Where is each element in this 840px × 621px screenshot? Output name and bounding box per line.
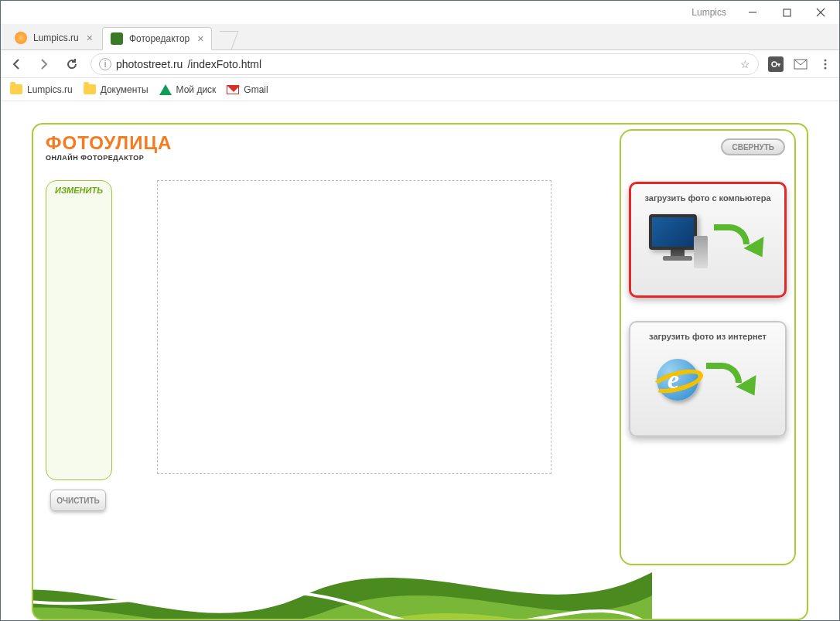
menu-icon[interactable]: [818, 56, 833, 72]
page-content: ФОТОУЛИЦА ОНЛАЙН ФОТОРЕДАКТОР ИЗМЕНИТЬ О…: [1, 101, 839, 620]
logo-subtitle: ОНЛАЙН ФОТОРЕДАКТОР: [46, 154, 172, 162]
drive-icon: [159, 84, 172, 95]
bookmark-lumpics[interactable]: Lumpics.ru: [10, 84, 73, 95]
tab-favicon: [111, 32, 123, 45]
arrow-icon: [706, 363, 759, 397]
url-input[interactable]: i photostreet.ru/indexFoto.html ☆: [90, 53, 759, 75]
tab-label: Lumpics.ru: [33, 32, 79, 43]
bookmark-drive[interactable]: Мой диск: [159, 84, 217, 95]
upload-computer-graphic: [637, 203, 778, 280]
tab-lumpics[interactable]: Lumpics.ru ×: [7, 26, 101, 49]
svg-rect-1: [784, 9, 790, 16]
left-panel: ИЗМЕНИТЬ ОЧИСТИТЬ: [46, 180, 112, 511]
close-icon[interactable]: ×: [87, 32, 93, 44]
upload-from-computer-card[interactable]: загрузить фото с компьютера: [629, 182, 787, 298]
gmail-icon: [227, 85, 239, 94]
minimize-button[interactable]: [736, 2, 770, 23]
edit-label: ИЗМЕНИТЬ: [46, 186, 111, 195]
bookmark-documents[interactable]: Документы: [84, 84, 149, 95]
upload-computer-label: загрузить фото с компьютера: [637, 193, 778, 203]
svg-point-8: [825, 59, 827, 61]
close-button[interactable]: [804, 2, 838, 23]
arrow-icon: [714, 224, 767, 258]
back-button[interactable]: [7, 55, 26, 73]
new-tab-button[interactable]: [213, 31, 239, 49]
forward-button[interactable]: [35, 55, 53, 73]
tab-strip: Lumpics.ru × Фоторедактор ×: [1, 24, 839, 50]
upload-internet-graphic: e: [637, 341, 779, 418]
tab-label: Фоторедактор: [129, 33, 190, 44]
reload-button[interactable]: [63, 55, 81, 73]
upload-from-internet-card[interactable]: загрузить фото из интернет e: [629, 321, 787, 437]
close-icon[interactable]: ×: [197, 32, 203, 45]
decorative-waves: [32, 510, 652, 620]
key-icon[interactable]: [768, 56, 784, 72]
upload-internet-label: загрузить фото из интернет: [637, 332, 779, 341]
monitor-icon: [649, 214, 706, 268]
star-icon[interactable]: ☆: [740, 58, 750, 70]
clear-button[interactable]: ОЧИСТИТЬ: [50, 490, 106, 511]
browser-window: Lumpics Lumpics.ru × Фоторедактор × i ph…: [0, 0, 840, 621]
app-frame: ФОТОУЛИЦА ОНЛАЙН ФОТОРЕДАКТОР ИЗМЕНИТЬ О…: [32, 123, 808, 620]
logo-text: ФОТОУЛИЦА: [46, 132, 172, 154]
collapse-button[interactable]: СВЕРНУТЬ: [721, 138, 785, 155]
info-icon[interactable]: i: [99, 58, 111, 70]
address-bar: i photostreet.ru/indexFoto.html ☆: [1, 50, 839, 78]
tab-fotoredaktor[interactable]: Фоторедактор ×: [102, 27, 213, 50]
folder-icon: [10, 84, 22, 94]
svg-point-10: [825, 67, 827, 69]
bookmark-gmail[interactable]: Gmail: [227, 84, 268, 95]
edit-panel[interactable]: ИЗМЕНИТЬ: [46, 180, 112, 480]
globe-icon: e: [657, 359, 698, 401]
mail-icon[interactable]: [793, 56, 808, 72]
window-title: Lumpics: [691, 7, 726, 18]
canvas-area[interactable]: [157, 180, 551, 474]
svg-point-4: [772, 62, 777, 67]
maximize-button[interactable]: [770, 2, 804, 23]
svg-point-9: [825, 63, 827, 65]
tab-favicon: [15, 32, 27, 44]
url-path: /indexFoto.html: [187, 58, 261, 70]
bookmarks-bar: Lumpics.ru Документы Мой диск Gmail: [1, 78, 839, 101]
url-domain: photostreet.ru: [116, 58, 183, 70]
logo: ФОТОУЛИЦА ОНЛАЙН ФОТОРЕДАКТОР: [46, 132, 172, 162]
window-titlebar: Lumpics: [1, 1, 839, 24]
folder-icon: [84, 84, 96, 94]
right-panel: СВЕРНУТЬ загрузить фото с компьютера: [620, 129, 796, 565]
